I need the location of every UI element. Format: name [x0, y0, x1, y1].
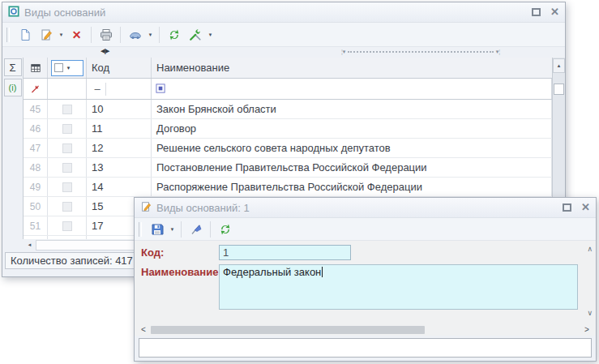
scroll-left-icon[interactable]: < — [139, 324, 148, 335]
toolbar-separator — [181, 221, 182, 238]
edit-dropdown-icon[interactable]: ▼ — [57, 25, 66, 45]
cell-name[interactable]: Договор — [152, 119, 552, 138]
row-checkbox-cell[interactable] — [48, 139, 87, 157]
splitter-handle[interactable]: ◀||▶ — [101, 48, 109, 54]
maximize-icon[interactable] — [532, 8, 541, 16]
filter-name-cell[interactable] — [152, 79, 552, 99]
transfer-dropdown-icon[interactable]: ▼ — [146, 25, 155, 45]
form-scroll-up-icon[interactable]: ∧ — [587, 246, 593, 253]
edit-record-button[interactable] — [36, 25, 56, 45]
scroll-thumb[interactable] — [554, 84, 564, 95]
row-number: 50 — [24, 197, 48, 216]
filter-checkbox-cell[interactable] — [48, 79, 87, 99]
cell-name[interactable]: Распоряжение Правительства Российской Фе… — [152, 178, 552, 196]
table-row[interactable]: 48 13 Постановление Правительства Россий… — [24, 158, 552, 178]
table-row[interactable]: 49 14 Распоряжение Правительства Российс… — [24, 178, 552, 197]
cell-name[interactable]: Решение сельского совета народных депута… — [152, 139, 552, 157]
main-title-bar[interactable]: Виды оснований ✕ — [2, 2, 565, 23]
column-header-name[interactable]: Наименование — [152, 58, 552, 78]
filter-divider — [105, 83, 106, 96]
checkbox-icon[interactable] — [62, 202, 72, 212]
checkbox-icon[interactable] — [62, 163, 72, 173]
filter-pin-cell[interactable] — [24, 79, 48, 99]
table-row[interactable]: 45 10 Закон Брянской области — [24, 100, 552, 119]
row-number: 52 — [24, 236, 48, 239]
close-icon[interactable]: ✕ — [581, 203, 590, 212]
checkbox-icon[interactable] — [62, 182, 72, 192]
info-button[interactable]: (i) — [4, 79, 22, 96]
table-row[interactable]: 47 12 Решение сельского совета народных … — [24, 139, 552, 158]
refresh-button[interactable] — [164, 25, 184, 45]
select-all-header[interactable]: ▼ — [48, 58, 87, 78]
delete-record-button[interactable]: ✕ — [66, 25, 87, 45]
row-checkbox-cell[interactable] — [48, 236, 87, 239]
toolbar-separator — [91, 27, 92, 43]
new-record-button[interactable] — [15, 25, 35, 45]
name-text: Федеральный закон — [223, 266, 321, 278]
ruler-marker-icon[interactable]: ▾ — [343, 49, 346, 55]
checkbox-icon[interactable] — [62, 221, 72, 231]
cell-code[interactable]: 12 — [87, 139, 152, 157]
select-all-checkbox[interactable]: ▼ — [51, 60, 83, 76]
name-textarea[interactable]: Федеральный закон — [219, 264, 578, 310]
cell-code[interactable]: 14 — [87, 178, 152, 196]
tools-dropdown-icon[interactable]: ▼ — [206, 25, 215, 45]
grid-icon — [30, 62, 41, 74]
row-checkbox-cell[interactable] — [48, 178, 87, 196]
column-ruler[interactable]: ¦ ▾ ▾ ¦ — [341, 49, 500, 55]
row-checkbox-cell[interactable] — [48, 197, 87, 216]
save-button[interactable] — [147, 220, 167, 239]
checkbox-icon[interactable] — [62, 105, 72, 114]
layout-strip: ◀||▶ ¦ ▾ ▾ ¦ — [2, 47, 565, 58]
scroll-thumb[interactable] — [151, 326, 425, 334]
sum-button[interactable]: Σ — [4, 58, 22, 76]
grid-settings-cell[interactable] — [24, 58, 48, 78]
refresh-button[interactable] — [215, 220, 235, 239]
row-checkbox-cell[interactable] — [48, 216, 87, 235]
filter-condition-icon — [156, 84, 166, 94]
cell-code[interactable]: 10 — [87, 100, 152, 118]
transfer-button[interactable] — [125, 25, 145, 45]
toolbar-separator — [159, 27, 160, 43]
dialog-title: Виды оснований: 1 — [156, 202, 558, 214]
dialog-title-bar[interactable]: Виды оснований: 1 ✕ — [135, 198, 596, 218]
tools-button[interactable] — [185, 25, 205, 45]
row-number: 47 — [24, 139, 48, 157]
code-input[interactable]: 1 — [219, 245, 351, 260]
toolbar-grip[interactable] — [6, 28, 10, 42]
dialog-status-box — [139, 338, 592, 358]
column-header-code[interactable]: Код — [87, 58, 152, 78]
delete-icon: ✕ — [72, 28, 82, 41]
row-checkbox-cell[interactable] — [48, 119, 87, 138]
main-toolbar: ▼ ✕ ▼ ▼ — [2, 23, 565, 47]
edit-record-icon — [140, 201, 152, 215]
toolbar-grip[interactable] — [139, 222, 142, 237]
scroll-right-icon[interactable]: > — [582, 324, 592, 335]
row-checkbox-cell[interactable] — [48, 100, 87, 118]
filter-code-cell[interactable]: – — [87, 79, 152, 99]
row-number: 51 — [24, 216, 48, 235]
form-scroll-down-icon[interactable]: ∨ — [587, 310, 593, 317]
cell-name[interactable]: Постановление Правительства Российской Ф… — [152, 158, 552, 177]
row-checkbox-cell[interactable] — [48, 158, 87, 177]
table-row[interactable]: 46 11 Договор — [24, 119, 552, 139]
table-header-row: ▼ Код Наименование — [24, 58, 552, 79]
print-button[interactable] — [96, 25, 116, 45]
row-number: 49 — [24, 178, 48, 196]
window-title: Виды оснований — [24, 6, 527, 19]
cell-code[interactable]: 13 — [87, 158, 152, 177]
ruler-tick: ¦ — [498, 49, 500, 55]
cell-code[interactable]: 11 — [87, 119, 152, 138]
dialog-horizontal-scrollbar[interactable]: < > — [135, 323, 596, 336]
filter-operator[interactable]: – — [91, 83, 104, 95]
row-number: 46 — [24, 119, 48, 138]
flag-button[interactable] — [186, 220, 206, 239]
scroll-up-icon[interactable]: ▲ — [553, 58, 565, 73]
checkbox-icon[interactable] — [62, 143, 72, 153]
maximize-icon[interactable] — [563, 203, 571, 212]
checkbox-icon[interactable] — [62, 124, 72, 134]
scroll-left-icon[interactable]: ◄ — [24, 240, 36, 251]
close-icon[interactable]: ✕ — [550, 8, 559, 16]
cell-name[interactable]: Закон Брянской области — [152, 100, 552, 118]
save-dropdown-icon[interactable]: ▼ — [168, 220, 177, 239]
